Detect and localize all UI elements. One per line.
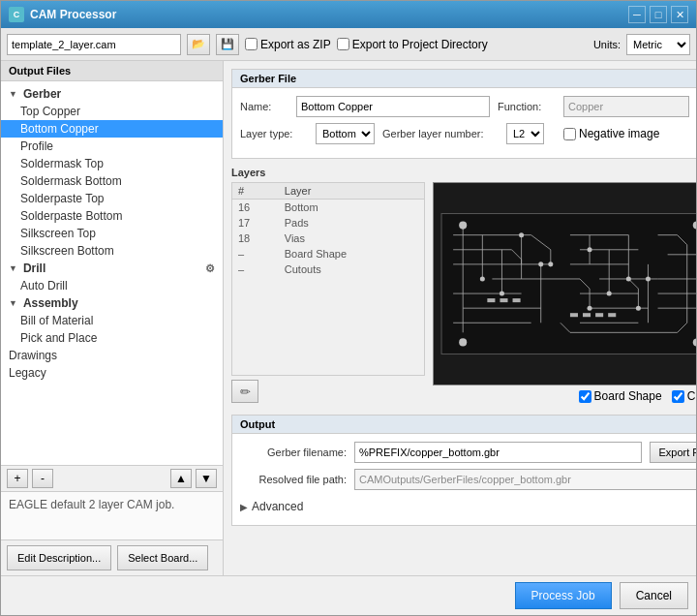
name-row: Name: Function: ⚙ <box>240 96 696 117</box>
table-row[interactable]: – Cutouts <box>232 262 424 277</box>
layer-type-label: Layer type: <box>240 128 308 139</box>
tree-item-soldermask-bottom[interactable]: Soldermask Bottom <box>1 172 223 190</box>
svg-point-39 <box>607 292 612 296</box>
tree-item-solderpaste-bottom[interactable]: Solderpaste Bottom <box>1 207 223 225</box>
resolved-path-label: Resolved file path: <box>240 474 347 485</box>
svg-rect-43 <box>487 298 495 302</box>
gerber-label: Gerber <box>23 87 61 101</box>
add-button[interactable]: + <box>7 469 28 488</box>
move-down-button[interactable]: ▼ <box>196 469 217 488</box>
export-project-label[interactable]: Export to Project Directory <box>337 38 488 51</box>
gerber-file-title: Gerber File <box>232 70 696 88</box>
left-panel-toolbar: + - ▲ ▼ <box>1 465 223 491</box>
svg-point-38 <box>548 262 553 266</box>
window-controls: ─ □ ✕ <box>628 6 688 23</box>
description-text: EAGLE default 2 layer CAM job. <box>9 498 174 511</box>
negative-image-label[interactable]: Negative image <box>563 127 659 140</box>
assembly-arrow: ▼ <box>9 298 17 308</box>
table-row[interactable]: 18 Vias <box>232 231 424 246</box>
bom-label: Bill of Material <box>20 314 93 327</box>
tree-item-silkscreen-top[interactable]: Silkscreen Top <box>1 225 223 242</box>
tree-item-drawings[interactable]: Drawings <box>1 347 223 364</box>
right-panel: Gerber File Name: Function: ⚙ Layer type… <box>224 61 696 575</box>
tree-item-legacy[interactable]: Legacy <box>1 364 223 382</box>
drill-gear-icon[interactable]: ⚙ <box>205 262 215 275</box>
row-layer: Board Shape <box>279 246 424 262</box>
process-job-button[interactable]: Process Job <box>515 582 612 609</box>
description-area: EAGLE default 2 layer CAM job. <box>1 491 223 539</box>
tree-item-pick-and-place[interactable]: Pick and Place <box>1 329 223 347</box>
minimize-button[interactable]: ─ <box>628 6 646 23</box>
filename-input[interactable] <box>7 34 181 55</box>
svg-point-37 <box>500 292 504 296</box>
tree-item-auto-drill[interactable]: Auto Drill <box>1 277 223 294</box>
table-row[interactable]: 16 Bottom <box>232 200 424 216</box>
close-button[interactable]: ✕ <box>671 6 688 23</box>
export-project-checkbox[interactable] <box>337 38 349 50</box>
layers-section: Layers # Layer <box>231 167 696 407</box>
tree-item-top-copper[interactable]: Top Copper <box>1 103 223 120</box>
preview-checkboxes: Board Shape Cutouts <box>433 385 696 407</box>
table-row[interactable]: 17 Pads <box>232 215 424 231</box>
negative-image-checkbox[interactable] <box>563 128 576 140</box>
left-bottom-buttons: Edit Description... Select Board... <box>1 539 223 575</box>
tree-item-profile[interactable]: Profile <box>1 138 223 155</box>
tree-item-assembly[interactable]: ▼ Assembly <box>1 294 223 312</box>
svg-point-40 <box>646 276 651 281</box>
cutouts-checkbox[interactable] <box>672 390 684 403</box>
svg-rect-48 <box>595 313 603 317</box>
tree-item-drill[interactable]: ▼ Drill ⚙ <box>1 260 223 277</box>
cutouts-checkbox-label[interactable]: Cutouts <box>672 389 696 403</box>
board-shape-checkbox[interactable] <box>579 390 591 403</box>
output-content: Gerber filename: Export File Resolved fi… <box>232 434 696 525</box>
select-board-button[interactable]: Select Board... <box>117 545 208 570</box>
toolbar: 📂 💾 Export as ZIP Export to Project Dire… <box>1 28 696 61</box>
svg-rect-47 <box>583 313 591 317</box>
export-file-button[interactable]: Export File <box>650 442 696 463</box>
svg-point-41 <box>588 306 592 311</box>
tree-item-soldermask-top[interactable]: Soldermask Top <box>1 155 223 172</box>
svg-rect-46 <box>570 313 578 317</box>
title-bar: C CAM Processor ─ □ ✕ <box>1 1 696 28</box>
layers-tool-button[interactable]: ✏ <box>231 380 258 403</box>
window-title: CAM Processor <box>30 8 628 21</box>
pcb-preview <box>433 182 696 385</box>
move-up-button[interactable]: ▲ <box>170 469 192 488</box>
cancel-button[interactable]: Cancel <box>620 582 688 609</box>
name-input[interactable] <box>296 96 490 117</box>
open-button[interactable]: 📂 <box>187 34 210 55</box>
row-num: 18 <box>232 231 279 246</box>
drawings-label: Drawings <box>9 349 57 362</box>
table-row[interactable]: – Board Shape <box>232 246 424 262</box>
soldermask-top-label: Soldermask Top <box>20 157 104 170</box>
row-num: – <box>232 262 279 277</box>
tree-item-bottom-copper[interactable]: Bottom Copper <box>1 120 223 138</box>
svg-point-35 <box>626 276 631 281</box>
export-zip-checkbox[interactable] <box>245 38 258 50</box>
gerber-layer-label: Gerber layer number: <box>382 128 499 139</box>
units-select[interactable]: Metric Imperial <box>626 34 690 55</box>
gerber-layer-select[interactable]: L2L1L3L4 <box>506 123 544 144</box>
preview-container: Board Shape Cutouts <box>433 182 696 407</box>
output-title: Output <box>232 416 696 434</box>
tree-item-bill-of-material[interactable]: Bill of Material <box>1 312 223 329</box>
advanced-row[interactable]: ▶ Advanced <box>240 496 696 517</box>
tree-item-silkscreen-bottom[interactable]: Silkscreen Bottom <box>1 242 223 260</box>
layer-type-select[interactable]: BottomTopInner <box>316 123 375 144</box>
layer-type-row: Layer type: BottomTopInner Gerber layer … <box>240 123 696 144</box>
maximize-button[interactable]: □ <box>650 6 667 23</box>
resolved-path-row: Resolved file path: <box>240 469 696 490</box>
main-window: C CAM Processor ─ □ ✕ 📂 💾 Export as ZIP … <box>0 0 697 616</box>
board-shape-checkbox-label[interactable]: Board Shape <box>579 389 662 403</box>
row-layer: Vias <box>279 231 424 246</box>
gerber-filename-input[interactable] <box>354 442 642 463</box>
tree-item-gerber[interactable]: ▼ Gerber <box>1 85 223 103</box>
save-button[interactable]: 💾 <box>216 34 239 55</box>
app-icon: C <box>9 7 24 22</box>
edit-description-button[interactable]: Edit Description... <box>7 545 111 570</box>
assembly-label: Assembly <box>23 296 78 310</box>
remove-button[interactable]: - <box>32 469 53 488</box>
layers-table-area: # Layer 16 Bottom <box>231 182 425 376</box>
export-zip-label[interactable]: Export as ZIP <box>245 38 331 51</box>
tree-item-solderpaste-top[interactable]: Solderpaste Top <box>1 190 223 207</box>
